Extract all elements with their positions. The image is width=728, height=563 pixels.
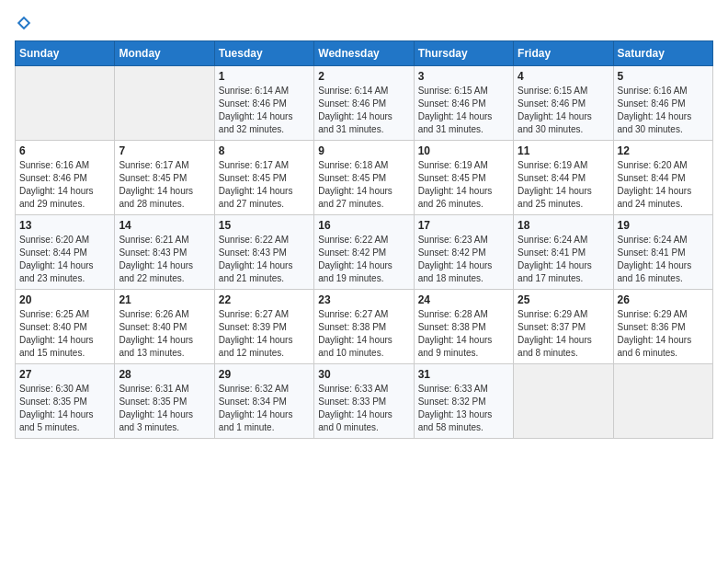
day-info: Sunrise: 6:22 AM Sunset: 8:43 PM Dayligh… [219, 234, 310, 285]
calendar-cell: 23Sunrise: 6:27 AM Sunset: 8:38 PM Dayli… [314, 290, 414, 364]
day-number: 15 [219, 219, 310, 232]
day-number: 17 [418, 219, 509, 232]
day-info: Sunrise: 6:16 AM Sunset: 8:46 PM Dayligh… [618, 85, 709, 136]
day-info: Sunrise: 6:27 AM Sunset: 8:39 PM Dayligh… [219, 308, 310, 360]
day-info: Sunrise: 6:25 AM Sunset: 8:40 PM Dayligh… [19, 308, 110, 360]
day-number: 30 [318, 368, 409, 381]
weekday-header-row: SundayMondayTuesdayWednesdayThursdayFrid… [16, 41, 713, 66]
logo-icon [16, 15, 32, 31]
day-info: Sunrise: 6:15 AM Sunset: 8:46 PM Dayligh… [418, 85, 509, 136]
day-number: 4 [518, 70, 609, 83]
calendar-cell: 4Sunrise: 6:15 AM Sunset: 8:46 PM Daylig… [514, 66, 613, 141]
calendar-table: SundayMondayTuesdayWednesdayThursdayFrid… [15, 40, 713, 439]
day-info: Sunrise: 6:29 AM Sunset: 8:36 PM Dayligh… [618, 308, 709, 360]
day-info: Sunrise: 6:24 AM Sunset: 8:41 PM Dayligh… [618, 234, 709, 285]
calendar-cell: 19Sunrise: 6:24 AM Sunset: 8:41 PM Dayli… [613, 215, 712, 290]
day-info: Sunrise: 6:14 AM Sunset: 8:46 PM Dayligh… [318, 85, 409, 136]
day-number: 28 [119, 368, 210, 381]
day-number: 3 [418, 70, 509, 83]
day-number: 22 [219, 293, 310, 306]
day-number: 23 [318, 293, 409, 306]
calendar-cell [16, 66, 115, 141]
calendar-cell: 13Sunrise: 6:20 AM Sunset: 8:44 PM Dayli… [16, 215, 115, 290]
day-info: Sunrise: 6:17 AM Sunset: 8:45 PM Dayligh… [119, 159, 210, 211]
day-number: 20 [19, 293, 110, 306]
week-row-3: 13Sunrise: 6:20 AM Sunset: 8:44 PM Dayli… [16, 215, 713, 290]
weekday-header-tuesday: Tuesday [214, 41, 313, 66]
calendar-cell: 16Sunrise: 6:22 AM Sunset: 8:42 PM Dayli… [314, 215, 414, 290]
page-header [15, 15, 713, 31]
calendar-cell [613, 364, 712, 439]
day-number: 29 [219, 368, 310, 381]
day-info: Sunrise: 6:19 AM Sunset: 8:45 PM Dayligh… [418, 159, 509, 211]
week-row-1: 1Sunrise: 6:14 AM Sunset: 8:46 PM Daylig… [16, 66, 713, 141]
day-info: Sunrise: 6:23 AM Sunset: 8:42 PM Dayligh… [418, 234, 509, 285]
calendar-cell: 1Sunrise: 6:14 AM Sunset: 8:46 PM Daylig… [214, 66, 313, 141]
calendar-cell: 9Sunrise: 6:18 AM Sunset: 8:45 PM Daylig… [314, 141, 414, 215]
day-number: 5 [618, 70, 709, 83]
day-info: Sunrise: 6:19 AM Sunset: 8:44 PM Dayligh… [518, 159, 609, 211]
logo [15, 15, 32, 31]
day-number: 1 [219, 70, 310, 83]
calendar-cell: 3Sunrise: 6:15 AM Sunset: 8:46 PM Daylig… [414, 66, 513, 141]
day-info: Sunrise: 6:24 AM Sunset: 8:41 PM Dayligh… [518, 234, 609, 285]
day-info: Sunrise: 6:28 AM Sunset: 8:38 PM Dayligh… [418, 308, 509, 360]
calendar-cell: 6Sunrise: 6:16 AM Sunset: 8:46 PM Daylig… [16, 141, 115, 215]
day-info: Sunrise: 6:20 AM Sunset: 8:44 PM Dayligh… [618, 159, 709, 211]
calendar-cell [514, 364, 613, 439]
weekday-header-saturday: Saturday [613, 41, 712, 66]
day-number: 12 [618, 144, 709, 157]
day-number: 13 [19, 219, 110, 232]
day-info: Sunrise: 6:26 AM Sunset: 8:40 PM Dayligh… [119, 308, 210, 360]
day-info: Sunrise: 6:16 AM Sunset: 8:46 PM Dayligh… [19, 159, 110, 211]
week-row-5: 27Sunrise: 6:30 AM Sunset: 8:35 PM Dayli… [16, 364, 713, 439]
calendar-cell: 26Sunrise: 6:29 AM Sunset: 8:36 PM Dayli… [613, 290, 712, 364]
calendar-cell: 10Sunrise: 6:19 AM Sunset: 8:45 PM Dayli… [414, 141, 513, 215]
calendar-cell: 7Sunrise: 6:17 AM Sunset: 8:45 PM Daylig… [115, 141, 214, 215]
day-info: Sunrise: 6:22 AM Sunset: 8:42 PM Dayligh… [318, 234, 409, 285]
day-info: Sunrise: 6:21 AM Sunset: 8:43 PM Dayligh… [119, 234, 210, 285]
calendar-cell: 28Sunrise: 6:31 AM Sunset: 8:35 PM Dayli… [115, 364, 214, 439]
day-number: 14 [119, 219, 210, 232]
weekday-header-monday: Monday [115, 41, 214, 66]
day-info: Sunrise: 6:32 AM Sunset: 8:34 PM Dayligh… [219, 383, 310, 434]
weekday-header-friday: Friday [514, 41, 613, 66]
day-info: Sunrise: 6:31 AM Sunset: 8:35 PM Dayligh… [119, 383, 210, 434]
day-number: 18 [518, 219, 609, 232]
calendar-cell: 14Sunrise: 6:21 AM Sunset: 8:43 PM Dayli… [115, 215, 214, 290]
day-number: 2 [318, 70, 409, 83]
day-info: Sunrise: 6:30 AM Sunset: 8:35 PM Dayligh… [19, 383, 110, 434]
calendar-cell: 17Sunrise: 6:23 AM Sunset: 8:42 PM Dayli… [414, 215, 513, 290]
calendar-cell: 25Sunrise: 6:29 AM Sunset: 8:37 PM Dayli… [514, 290, 613, 364]
calendar-cell: 24Sunrise: 6:28 AM Sunset: 8:38 PM Dayli… [414, 290, 513, 364]
calendar-cell: 15Sunrise: 6:22 AM Sunset: 8:43 PM Dayli… [214, 215, 313, 290]
week-row-2: 6Sunrise: 6:16 AM Sunset: 8:46 PM Daylig… [16, 141, 713, 215]
day-number: 16 [318, 219, 409, 232]
day-number: 8 [219, 144, 310, 157]
calendar-cell: 18Sunrise: 6:24 AM Sunset: 8:41 PM Dayli… [514, 215, 613, 290]
day-number: 10 [418, 144, 509, 157]
calendar-cell: 29Sunrise: 6:32 AM Sunset: 8:34 PM Dayli… [214, 364, 313, 439]
day-number: 9 [318, 144, 409, 157]
calendar-cell: 30Sunrise: 6:33 AM Sunset: 8:33 PM Dayli… [314, 364, 414, 439]
calendar-cell: 11Sunrise: 6:19 AM Sunset: 8:44 PM Dayli… [514, 141, 613, 215]
weekday-header-sunday: Sunday [16, 41, 115, 66]
day-info: Sunrise: 6:29 AM Sunset: 8:37 PM Dayligh… [518, 308, 609, 360]
calendar-cell: 31Sunrise: 6:33 AM Sunset: 8:32 PM Dayli… [414, 364, 513, 439]
day-info: Sunrise: 6:18 AM Sunset: 8:45 PM Dayligh… [318, 159, 409, 211]
calendar-cell: 12Sunrise: 6:20 AM Sunset: 8:44 PM Dayli… [613, 141, 712, 215]
calendar-cell: 22Sunrise: 6:27 AM Sunset: 8:39 PM Dayli… [214, 290, 313, 364]
calendar-cell: 8Sunrise: 6:17 AM Sunset: 8:45 PM Daylig… [214, 141, 313, 215]
day-info: Sunrise: 6:20 AM Sunset: 8:44 PM Dayligh… [19, 234, 110, 285]
day-number: 26 [618, 293, 709, 306]
day-number: 27 [19, 368, 110, 381]
day-info: Sunrise: 6:17 AM Sunset: 8:45 PM Dayligh… [219, 159, 310, 211]
day-number: 31 [418, 368, 509, 381]
calendar-cell: 21Sunrise: 6:26 AM Sunset: 8:40 PM Dayli… [115, 290, 214, 364]
weekday-header-thursday: Thursday [414, 41, 513, 66]
day-number: 21 [119, 293, 210, 306]
day-number: 19 [618, 219, 709, 232]
calendar-cell: 5Sunrise: 6:16 AM Sunset: 8:46 PM Daylig… [613, 66, 712, 141]
day-number: 6 [19, 144, 110, 157]
day-info: Sunrise: 6:14 AM Sunset: 8:46 PM Dayligh… [219, 85, 310, 136]
